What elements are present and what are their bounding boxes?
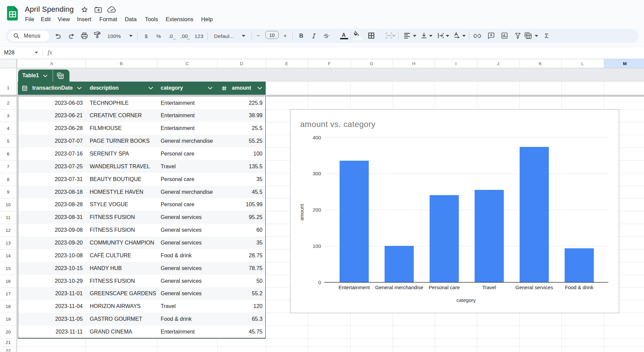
- svg-text:300: 300: [313, 171, 321, 176]
- svg-text:category: category: [457, 297, 476, 303]
- svg-text:General merchandise: General merchandise: [375, 284, 423, 290]
- svg-text:100: 100: [313, 243, 321, 249]
- svg-text:Entertainment: Entertainment: [339, 284, 370, 290]
- svg-text:Food & drink: Food & drink: [565, 284, 594, 290]
- svg-text:200: 200: [313, 207, 321, 213]
- svg-text:Personal care: Personal care: [429, 284, 460, 290]
- svg-text:General services: General services: [516, 284, 553, 290]
- svg-text:amount vs. category: amount vs. category: [300, 120, 376, 129]
- svg-text:Travel: Travel: [482, 284, 496, 290]
- svg-text:amount: amount: [299, 204, 305, 221]
- svg-text:0: 0: [318, 279, 321, 285]
- svg-text:400: 400: [313, 135, 321, 140]
